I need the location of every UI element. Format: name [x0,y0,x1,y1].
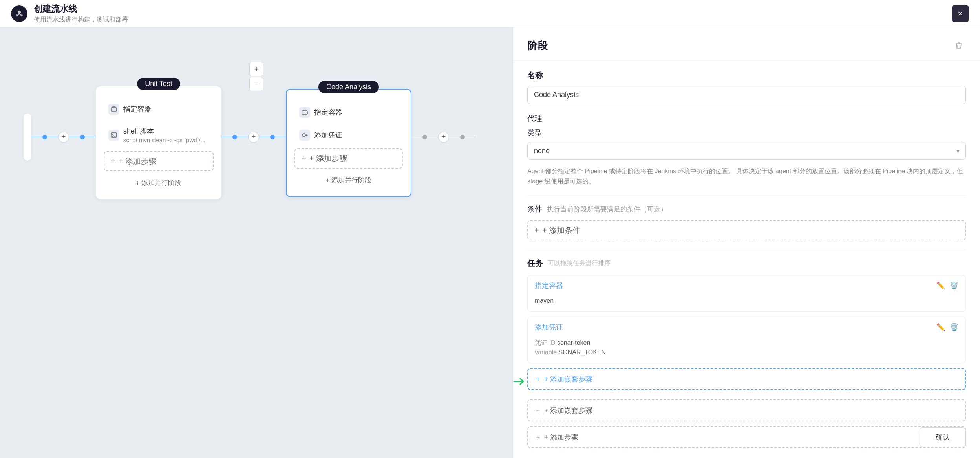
conn-line [85,137,96,137]
name-input[interactable] [527,86,966,104]
add-step-plus-icon-2: + [302,154,306,163]
step-label-container: 指定容器 [123,104,152,114]
confirm-button[interactable]: 确认 [920,427,966,447]
add-step-bottom-button[interactable]: + + 添加步骤 [527,426,966,448]
task-item-header-container: 指定容器 ✏️ 🗑️ [528,275,965,296]
panel-header: 阶段 [513,27,980,61]
task-name-container[interactable]: 指定容器 [535,281,563,290]
svg-point-0 [18,11,21,14]
step-container[interactable]: 指定容器 [104,100,214,119]
type-label: 类型 [527,128,966,138]
delete-task-credential-button[interactable]: 🗑️ [950,323,958,332]
tasks-label: 任务 [527,258,543,269]
add-parallel-button-code-analysis[interactable]: + 添加并行阶段 [294,172,403,189]
stage-label-unit-test: Unit Test [137,78,180,90]
panel-delete-button[interactable] [952,38,966,53]
add-stage-button-1[interactable]: + [248,132,259,143]
edit-task-credential-button[interactable]: ✏️ [936,323,945,332]
agent-desc: Agent 部分指定整个 Pipeline 或特定阶段将在 Jenkins 环境… [527,166,966,186]
conn-line-gray [427,137,438,137]
step-label-shell: shell 脚本 [123,126,205,136]
agent-label: 代理 [527,114,966,124]
add-nested-step-highlighted-button[interactable]: + + 添加嵌套步骤 [527,368,966,390]
add-condition-label: + 添加条件 [542,225,580,236]
add-step-button-code-analysis[interactable]: + + 添加步骤 [294,148,403,169]
add-step-bottom-label: + 添加步骤 [544,432,579,442]
task-detail-row-variable: variable SONAR_TOKEN [535,349,958,356]
stage-card-code-analysis[interactable]: Code Analysis 指定容器 添加凭证 [286,89,411,197]
panel-title: 阶段 [527,39,548,53]
panel-body: 名称 代理 类型 none ▾ Agent 部分指定整个 Pipeline 或特… [513,61,980,458]
add-condition-button[interactable]: + + 添加条件 [527,220,966,240]
task-detail-key-credential-id: 凭证 ID [535,339,555,346]
conditions-hint: 执行当前阶段所需要满足的条件（可选） [547,205,667,213]
conn-dot [270,135,275,139]
task-name-credential[interactable]: 添加凭证 [535,322,563,332]
conn-line [47,137,58,137]
add-parallel-button-unit-test[interactable]: + 添加并行阶段 [104,174,214,191]
close-button[interactable]: × [952,5,969,22]
step-credential[interactable]: 添加凭证 [294,126,403,145]
add-step-plus-icon-bottom: + [536,433,540,442]
conn-line-gray [465,137,476,137]
task-item-container: 指定容器 ✏️ 🗑️ maven [527,275,966,312]
task-detail-container: maven [528,296,965,311]
add-nested-plus-icon-2: + [536,407,540,415]
conn-line [221,137,232,137]
add-stage-button-0[interactable]: + [58,132,69,143]
task-actions-credential: ✏️ 🗑️ [936,323,958,332]
step-desc-shell: script mvn clean -o -gs `pwd`/... [123,137,205,143]
connector-1: + [221,132,286,143]
task-item-header-credential: 添加凭证 ✏️ 🗑️ [528,317,965,337]
container-icon-2 [299,107,310,118]
partial-stage-card [24,114,31,161]
step-label-credential: 添加凭证 [314,130,342,140]
task-detail-row-credential-id: 凭证 ID sonar-token [535,339,958,347]
pipeline-container: + Unit Test 指定容器 [0,75,513,199]
zoom-out-button[interactable]: − [249,77,263,91]
right-panel: 阶段 名称 代理 类型 none ▾ Agent 部分指定整个 Pipeline… [513,27,980,458]
conn-dot [80,135,85,139]
add-step-plus-icon: + [111,157,115,166]
add-nested-step-highlighted-wrap: + + 添加嵌套步骤 [527,368,966,395]
conn-dot [232,135,237,139]
edit-task-container-button[interactable]: ✏️ [936,281,945,290]
add-condition-plus-icon: + [534,226,539,235]
add-step-label: + 添加步骤 [119,156,157,167]
task-detail-credential: 凭证 ID sonar-token variable SONAR_TOKEN [528,337,965,363]
add-step-button-unit-test[interactable]: + + 添加步骤 [104,151,214,171]
conn-line [275,137,286,137]
header: 创建流水线 使用流水线进行构建，测试和部署 × [0,0,980,27]
add-step-label-2: + 添加步骤 [309,153,347,164]
name-section-title: 名称 [527,70,966,81]
step-label-container-2: 指定容器 [314,108,342,117]
task-detail-val-variable: SONAR_TOKEN [558,349,606,355]
header-subtitle: 使用流水线进行构建，测试和部署 [34,16,128,24]
zoom-in-button[interactable]: + [249,62,263,76]
conn-dot [42,135,47,139]
add-stage-button-2[interactable]: + [438,132,449,143]
delete-task-container-button[interactable]: 🗑️ [950,281,958,290]
task-detail-maven: maven [535,297,554,304]
svg-rect-7 [302,111,307,114]
header-title: 创建流水线 [34,3,128,15]
divider-2 [527,250,966,250]
add-nested-step-label: + 添加嵌套步骤 [544,406,593,415]
step-shell[interactable]: shell 脚本 script mvn clean -o -gs `pwd`/.… [104,123,214,147]
key-icon [299,130,310,141]
conditions-section: 条件 执行当前阶段所需要满足的条件（可选） [527,204,966,214]
type-select-wrap: none ▾ [527,142,966,160]
conn-line-gray [411,137,422,137]
step-container-2[interactable]: 指定容器 [294,103,403,122]
canvas: + − + Unit Test 指定容器 [0,27,513,458]
add-nested-step-button[interactable]: + + 添加嵌套步骤 [527,399,966,421]
task-item-credential: 添加凭证 ✏️ 🗑️ 凭证 ID sonar-token variable SO… [527,317,966,363]
conn-line [69,137,80,137]
svg-rect-5 [111,108,117,111]
add-nested-step-highlighted-label: + 添加嵌套步骤 [544,374,593,384]
logo [11,5,27,22]
conn-line-gray [449,137,460,137]
add-parallel-label-2: + 添加并行阶段 [326,176,372,185]
stage-card-unit-test[interactable]: Unit Test 指定容器 shell 脚本 script m [96,86,221,199]
type-select[interactable]: none [527,142,966,160]
